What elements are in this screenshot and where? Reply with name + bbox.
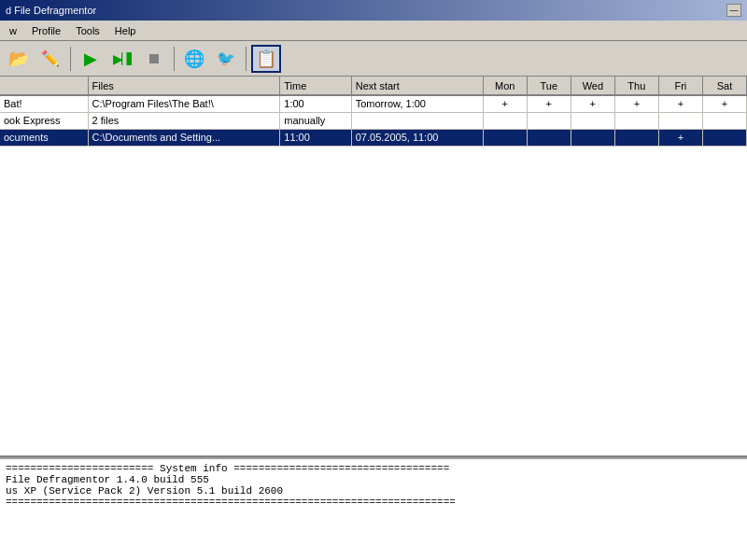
table-cell: Bat! bbox=[0, 95, 88, 112]
schedule-table: Files Time Next start Mon Tue Wed Thu Fr… bbox=[0, 77, 747, 147]
log-area: ======================== System info ===… bbox=[0, 457, 747, 560]
menu-bar: w Profile Tools Help bbox=[0, 21, 747, 41]
toolbar-separator-2 bbox=[174, 47, 175, 71]
menu-item-help[interactable]: Help bbox=[107, 23, 144, 38]
table-cell bbox=[483, 129, 527, 146]
title-bar-buttons: — bbox=[726, 4, 741, 17]
table-cell bbox=[571, 112, 614, 129]
edit-button[interactable]: ✏️ bbox=[35, 45, 65, 73]
table-cell: + bbox=[614, 95, 658, 112]
run-selected-icon: ▶▌ bbox=[113, 51, 132, 66]
run-all-icon: ▶ bbox=[84, 49, 97, 69]
clipboard-icon: 📋 bbox=[256, 49, 276, 69]
col-header-files: Files bbox=[88, 77, 280, 95]
bird-button[interactable]: 🐦 bbox=[211, 45, 241, 73]
table-cell: C:\Documents and Setting... bbox=[88, 129, 280, 146]
minimize-button[interactable]: — bbox=[726, 4, 741, 17]
table-cell: ocuments bbox=[0, 129, 88, 146]
toolbar-separator-1 bbox=[70, 47, 71, 71]
log-line-2: File Defragmentor 1.4.0 build 555 bbox=[6, 474, 741, 485]
col-header-name bbox=[0, 77, 88, 95]
edit-icon: ✏️ bbox=[41, 49, 60, 67]
toolbar-separator-3 bbox=[246, 47, 247, 71]
table-cell bbox=[527, 112, 571, 129]
table-cell: C:\Program Files\The Bat!\ bbox=[88, 95, 280, 112]
clipboard-button[interactable]: 📋 bbox=[251, 45, 281, 73]
globe-button[interactable]: 🌐 bbox=[179, 45, 209, 73]
col-header-mon: Mon bbox=[483, 77, 527, 95]
menu-item-view[interactable]: w bbox=[2, 23, 24, 38]
table-cell: 1:00 bbox=[280, 95, 351, 112]
col-header-fri: Fri bbox=[658, 77, 702, 95]
table-area: Files Time Next start Mon Tue Wed Thu Fr… bbox=[0, 77, 747, 457]
toolbar: 📂 ✏️ ▶ ▶▌ ⏹ 🌐 🐦 📋 bbox=[0, 41, 747, 77]
table-cell: + bbox=[527, 95, 571, 112]
globe-icon: 🌐 bbox=[184, 49, 204, 69]
table-cell bbox=[571, 129, 614, 146]
table-row[interactable]: Bat!C:\Program Files\The Bat!\1:00Tomorr… bbox=[0, 95, 747, 112]
run-selected-button[interactable]: ▶▌ bbox=[107, 45, 137, 73]
col-header-thu: Thu bbox=[614, 77, 658, 95]
table-cell: ook Express bbox=[0, 112, 88, 129]
stop-button[interactable]: ⏹ bbox=[139, 45, 169, 73]
menu-item-tools[interactable]: Tools bbox=[68, 23, 107, 38]
table-row[interactable]: ocumentsC:\Documents and Setting...11:00… bbox=[0, 129, 747, 146]
table-cell: + bbox=[702, 95, 746, 112]
menu-item-profile[interactable]: Profile bbox=[24, 23, 68, 38]
table-row[interactable]: ook Express2 filesmanually bbox=[0, 112, 747, 129]
table-cell bbox=[614, 112, 658, 129]
col-header-wed: Wed bbox=[571, 77, 614, 95]
table-cell: + bbox=[658, 95, 702, 112]
col-header-next: Next start bbox=[351, 77, 483, 95]
title-bar-text: d File Defragmentor bbox=[6, 5, 96, 16]
log-line-4: ========================================… bbox=[6, 497, 741, 508]
table-cell: 07.05.2005, 11:00 bbox=[351, 129, 483, 146]
col-header-time: Time bbox=[280, 77, 351, 95]
main-content: Files Time Next start Mon Tue Wed Thu Fr… bbox=[0, 77, 747, 560]
table-empty-area bbox=[0, 147, 747, 333]
col-header-tue: Tue bbox=[527, 77, 571, 95]
table-cell: 11:00 bbox=[280, 129, 351, 146]
table-cell: + bbox=[571, 95, 614, 112]
run-all-button[interactable]: ▶ bbox=[76, 45, 106, 73]
table-cell bbox=[527, 129, 571, 146]
open-icon: 📂 bbox=[8, 49, 29, 69]
log-line-1: ======================== System info ===… bbox=[6, 463, 741, 474]
title-bar: d File Defragmentor — bbox=[0, 0, 747, 21]
log-line-3: us XP (Service Pack 2) Version 5.1 build… bbox=[6, 485, 741, 497]
table-cell: manually bbox=[280, 112, 351, 129]
stop-icon: ⏹ bbox=[147, 50, 162, 67]
table-cell bbox=[702, 129, 746, 146]
table-header: Files Time Next start Mon Tue Wed Thu Fr… bbox=[0, 77, 747, 95]
table-cell bbox=[702, 112, 746, 129]
table-cell: Tomorrow, 1:00 bbox=[351, 95, 483, 112]
open-button[interactable]: 📂 bbox=[4, 45, 34, 73]
table-cell: + bbox=[658, 129, 702, 146]
col-header-sat: Sat bbox=[702, 77, 746, 95]
table-cell bbox=[614, 129, 658, 146]
table-cell bbox=[483, 112, 527, 129]
table-body: Bat!C:\Program Files\The Bat!\1:00Tomorr… bbox=[0, 95, 747, 146]
table-cell: + bbox=[483, 95, 527, 112]
bird-icon: 🐦 bbox=[217, 49, 235, 67]
table-cell: 2 files bbox=[88, 112, 280, 129]
table-cell bbox=[658, 112, 702, 129]
table-cell bbox=[351, 112, 483, 129]
